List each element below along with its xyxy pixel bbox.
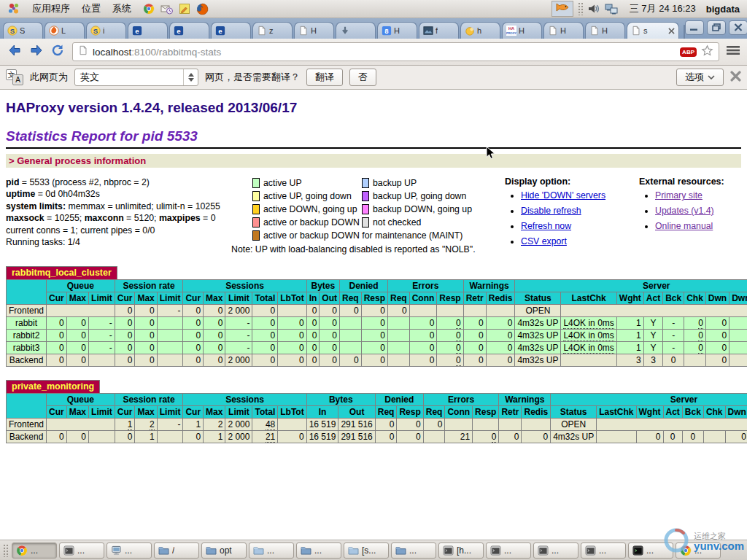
taskbar-grip[interactable]: [3, 544, 8, 557]
folder-icon: [301, 545, 311, 555]
column-header: Retr: [463, 292, 486, 305]
minimize-button[interactable]: [685, 20, 704, 35]
tab-label: H: [311, 26, 317, 35]
browser-tab[interactable]: [336, 22, 376, 39]
taskbar-button[interactable]: ...: [296, 542, 341, 559]
menu-hamburger-icon[interactable]: [727, 45, 740, 58]
address-bar[interactable]: localhost:8100/rabbitmq-stats ABP: [72, 42, 719, 61]
translate-button[interactable]: 翻译: [306, 69, 343, 86]
browser-tab[interactable]: H: [294, 22, 334, 39]
forward-button[interactable]: [29, 44, 44, 60]
row-label: Backend: [7, 354, 47, 367]
url-text[interactable]: localhost:8100/rabbitmq-stats: [93, 47, 676, 58]
taskbar-button[interactable]: opt: [201, 542, 247, 559]
status-legend: active UPactive UP, going downactive DOW…: [252, 176, 505, 254]
taskbar-button[interactable]: /: [154, 542, 199, 559]
browser-tab[interactable]: H: [543, 22, 584, 39]
column-header: Status: [551, 406, 597, 419]
column-header: Redis: [522, 406, 551, 419]
link[interactable]: Online manual: [655, 221, 713, 231]
firefox-launcher[interactable]: [193, 3, 212, 15]
network-tray[interactable]: [605, 4, 618, 15]
taskbar-button[interactable]: [s...: [344, 542, 389, 559]
mail-launcher[interactable]: [158, 4, 176, 15]
browser-tab[interactable]: H: [585, 22, 625, 39]
column-header: Req: [375, 406, 397, 419]
reload-button[interactable]: [51, 44, 65, 60]
distro-logo-icon[interactable]: [4, 2, 23, 15]
options-button[interactable]: 选项: [676, 69, 724, 86]
panel-user[interactable]: bigdata: [706, 4, 740, 15]
proxy-name[interactable]: private_monitoring: [6, 380, 100, 393]
bookmark-star-icon[interactable]: [701, 44, 713, 59]
tab-close-icon[interactable]: [668, 28, 675, 34]
process-info-row: pid = 5533 (process #2, nbproc = 2)uptim…: [6, 176, 741, 254]
column-header: Conn: [445, 406, 473, 419]
taskbar-button[interactable]: ...: [249, 542, 294, 559]
browser-tab[interactable]: e: [169, 22, 209, 39]
proxy-name[interactable]: rabbitmq_local_cluster: [6, 266, 117, 279]
adblock-icon[interactable]: ABP: [680, 47, 697, 57]
browser-tab[interactable]: Si: [86, 22, 126, 39]
browser-tab[interactable]: HAPROXYH: [502, 22, 542, 39]
link[interactable]: CSV export: [521, 236, 567, 246]
svg-text:8: 8: [384, 27, 389, 35]
column-group: Queue: [47, 280, 115, 292]
e-logo-icon: e: [174, 26, 184, 36]
column-header: Cur: [183, 406, 204, 419]
infobar-close-icon[interactable]: [730, 71, 741, 84]
maximize-button[interactable]: [707, 20, 726, 35]
taskbar-button[interactable]: ...: [581, 542, 626, 559]
no-translate-button[interactable]: 否: [349, 69, 376, 86]
panel-menu[interactable]: 系统: [107, 1, 137, 17]
link[interactable]: Updates (v1.4): [655, 206, 714, 216]
column-header: Max: [135, 292, 157, 305]
panel-menu[interactable]: 位置: [76, 1, 107, 17]
panel-clock[interactable]: 三 7月 24 16:23: [630, 2, 696, 15]
fish-applet[interactable]: [551, 1, 573, 17]
link[interactable]: Hide 'DOWN' servers: [521, 190, 605, 201]
taskbar-button[interactable]: ...: [107, 542, 152, 559]
process-info-line: uptime = 0d 0h04m32s: [6, 188, 252, 200]
browser-tab[interactable]: 8H: [377, 22, 417, 39]
browser-tab[interactable]: e: [128, 22, 168, 39]
language-select[interactable]: 英文: [74, 69, 198, 86]
column-header: Cur: [115, 406, 135, 419]
column-group: Server: [551, 394, 747, 406]
taskbar-button[interactable]: ...: [12, 542, 57, 559]
notes-launcher[interactable]: [176, 3, 193, 15]
desktop-panel: 应用程序位置系统 三 7月 24 16:23 bigdata: [0, 0, 747, 18]
taskbar-button[interactable]: ...: [486, 542, 531, 559]
taskbar-button[interactable]: ...: [391, 542, 436, 559]
column-header: Limit: [157, 406, 183, 419]
close-icon: [734, 21, 743, 34]
close-button[interactable]: [729, 20, 747, 35]
column-header: In: [306, 292, 320, 305]
browser-tab[interactable]: e: [211, 22, 251, 39]
panel-grip[interactable]: [578, 2, 583, 15]
link[interactable]: Disable refresh: [521, 206, 581, 216]
taskbar-button[interactable]: [h...: [438, 542, 484, 559]
browser-tab[interactable]: h: [460, 22, 500, 39]
chrome-launcher[interactable]: [140, 3, 158, 15]
tab-label: L: [61, 26, 66, 35]
link[interactable]: Refresh now: [521, 221, 571, 231]
browser-tab[interactable]: L: [44, 22, 85, 39]
browser-tab[interactable]: f: [419, 22, 459, 39]
browser-tab[interactable]: SS: [3, 22, 43, 39]
panel-menu[interactable]: 应用程序: [26, 1, 76, 17]
panel-launchers: [140, 3, 212, 15]
terminal-icon: [490, 545, 501, 556]
column-header: Limit: [225, 406, 252, 419]
column-header: Resp: [473, 406, 499, 419]
back-button[interactable]: [7, 44, 22, 60]
volume-tray[interactable]: [587, 3, 600, 15]
taskbar-button[interactable]: ...: [59, 542, 104, 559]
browser-tab[interactable]: z: [252, 22, 293, 39]
column-header: Cur: [47, 292, 67, 305]
legend-item: active or backup DOWN for maintenance (M…: [252, 229, 505, 242]
taskbar-button[interactable]: ...: [533, 542, 578, 559]
link[interactable]: Primary site: [655, 190, 703, 201]
page-title: HAProxy version 1.4.24, released 2013/06…: [6, 100, 741, 116]
browser-tab[interactable]: s: [627, 22, 679, 39]
